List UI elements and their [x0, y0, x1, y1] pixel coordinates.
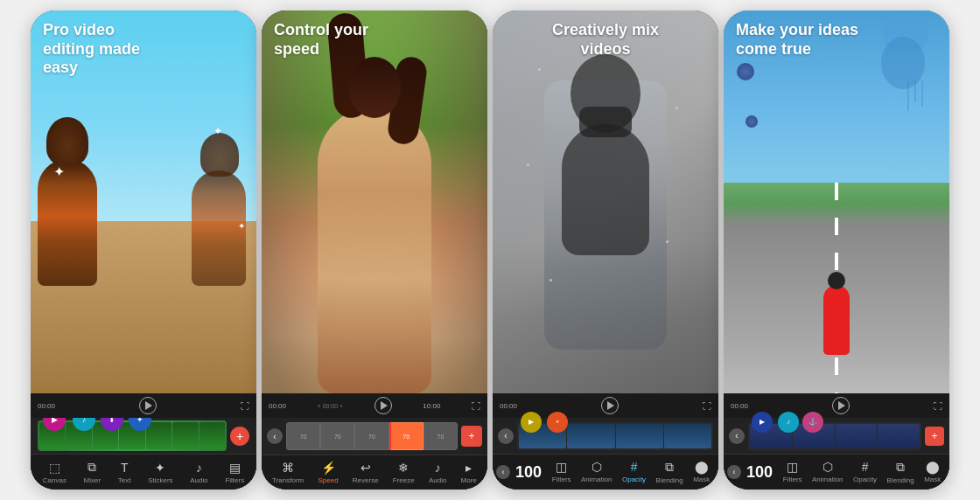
mask3-label: Mask [693, 476, 710, 483]
toolbar-item-canvas[interactable]: ⬚ Canvas [43, 461, 66, 484]
freeze-label: Freeze [393, 476, 415, 484]
toolbar-item-blending4[interactable]: ⧉ Blending [887, 460, 914, 484]
frame [172, 422, 198, 449]
toolbar-item-animation4[interactable]: ⬡ Animation [812, 460, 844, 484]
frame [200, 422, 225, 449]
man-body [562, 124, 649, 255]
play3-icon [607, 401, 614, 410]
toolbar-item-opacity3[interactable]: # Opacity [622, 460, 646, 484]
card3-expand-icon[interactable]: ⛶ [703, 401, 711, 411]
toolbar-item-opacity4[interactable]: # Opacity [853, 460, 877, 484]
jellyfish-bell [881, 37, 925, 89]
card3-background: Creatively mixvideos [493, 10, 718, 393]
card3-prev[interactable]: ‹ [498, 428, 514, 444]
card2-playback: 00:00 + 00:00 + 10:00 ⛶ [262, 393, 487, 418]
speed-seg-5: 70 [424, 422, 458, 450]
freeze-icon: ❄ [398, 461, 409, 475]
card4-bubble-1[interactable]: ▶ [752, 412, 773, 433]
audio2-label: Audio [429, 476, 446, 484]
tentacle-3 [907, 80, 909, 111]
card4-nav-left[interactable]: ‹ [727, 465, 741, 479]
woman-head [348, 57, 401, 118]
phone-card-2: Control yourspeed 00:00 + 00:00 + 10:00 … [262, 10, 487, 490]
card4-bubble-3[interactable]: ⚓ [802, 412, 823, 433]
floating-sphere-1 [737, 63, 754, 80]
speed-timeline: ‹ 70 70 70 70 70 + [262, 418, 487, 455]
opacity3-label: Opacity [622, 476, 646, 483]
toolbar-item-stickers[interactable]: ✦ Stickers [148, 461, 172, 484]
card3-timeline: ‹ ▶ + [493, 418, 718, 454]
mask4-icon: ⬤ [926, 460, 940, 474]
blending3-icon: ⧉ [665, 460, 674, 475]
card4-strip-container: ▶ ♪ ⚓ [748, 422, 921, 450]
woman-red-figure [823, 285, 850, 355]
card2-expand-icon[interactable]: ⛶ [472, 401, 480, 411]
card1-play-button[interactable] [139, 397, 157, 414]
speed-icon: ⚡ [321, 461, 336, 475]
speed-playhead [389, 422, 391, 450]
card1-toolbar: ⬚ Canvas ⧉ Mixer T Text ✦ Stickers ♪ A [31, 454, 256, 490]
audio-icon: ♪ [196, 461, 202, 475]
card4-title: Make your ideascome true [736, 21, 858, 59]
add-clip-button[interactable]: + [230, 427, 249, 446]
animation4-label: Animation [812, 476, 844, 483]
stickers-label: Stickers [148, 476, 172, 484]
card4-play-button[interactable] [832, 397, 850, 414]
toolbar-item-filters3[interactable]: ◫ Filters [552, 460, 571, 484]
opacity3-icon: # [631, 460, 638, 474]
toolbar-item-freeze[interactable]: ❄ Freeze [393, 461, 415, 484]
phone-card-4: Make your ideascome true 00:00 ⛶ ‹ ▶ ♪ ⚓ [724, 10, 949, 490]
card4-toolbar: ‹ 100 ◫ Filters ⬡ Animation # Opacity [724, 454, 949, 490]
opacity-value: 100 [512, 463, 545, 482]
toolbar-item-transform[interactable]: ⌘ Transform [272, 461, 304, 484]
speed-add-btn[interactable]: + [461, 426, 482, 447]
play-icon [381, 401, 388, 410]
toolbar-item-filters[interactable]: ▤ Filters [225, 461, 244, 484]
expand-icon[interactable]: ⛶ [241, 401, 249, 411]
mixer-label: Mixer [84, 476, 102, 484]
toolbar-item-animation3[interactable]: ⬡ Animation [581, 460, 612, 484]
filters4-icon: ◫ [787, 460, 798, 474]
card2-title: Control yourspeed [274, 21, 368, 59]
card3-play-button[interactable] [601, 397, 619, 414]
toolbar-item-filters4[interactable]: ◫ Filters [783, 460, 802, 484]
speed-label: Speed [318, 476, 338, 484]
toolbar-item-mask4[interactable]: ⬤ Mask [924, 460, 941, 484]
toolbar-item-speed[interactable]: ⚡ Speed [318, 461, 338, 484]
toolbar-item-audio[interactable]: ♪ Audio [190, 461, 207, 484]
card4-bubble-2[interactable]: ♪ [778, 412, 799, 433]
prev-arrow[interactable]: ‹ [267, 428, 283, 444]
canvas-label: Canvas [43, 476, 66, 484]
toolbar-item-blending3[interactable]: ⧉ Blending [656, 460, 683, 484]
card3-bubble-2[interactable]: + [547, 412, 568, 433]
more-label: More [461, 476, 477, 484]
card1-time: 00:00 [38, 402, 55, 410]
animation4-icon: ⬡ [822, 460, 833, 474]
card2-play-button[interactable] [374, 397, 392, 414]
toolbar-item-mixer[interactable]: ⧉ Mixer [84, 460, 102, 484]
phone-card-3: Creatively mixvideos 00:00 ⛶ ‹ ▶ + [493, 10, 718, 490]
card3-nav-left[interactable]: ‹ [496, 465, 510, 479]
card4-prev[interactable]: ‹ [729, 428, 745, 444]
card4-add-btn[interactable]: + [925, 427, 944, 446]
reverse-label: Reverse [353, 476, 379, 484]
toolbar-item-reverse[interactable]: ↩ Reverse [353, 461, 379, 484]
canvas-icon: ⬚ [49, 461, 60, 475]
blending4-icon: ⧉ [896, 460, 905, 475]
card1-playback: 00:00 ⛶ [31, 393, 256, 418]
toolbar-item-more[interactable]: ▸ More [461, 461, 477, 484]
toolbar-item-text[interactable]: T Text [118, 461, 131, 484]
particle-1 [538, 68, 541, 71]
tentacle-2 [914, 80, 916, 102]
card1-timeline: ▶ ♪ ⬇ ✦ [31, 418, 256, 454]
opacity4-icon: # [862, 460, 869, 474]
card3-frame [567, 424, 614, 448]
card2-background: Control yourspeed [262, 10, 487, 393]
stickers-icon: ✦ [155, 461, 165, 475]
toolbar-item-mask3[interactable]: ⬤ Mask [693, 460, 710, 484]
card4-expand-icon[interactable]: ⛶ [934, 401, 942, 411]
card3-bubble-1[interactable]: ▶ [521, 412, 542, 433]
blending4-label: Blending [887, 476, 914, 484]
sparkle-icon-2: ✦ [214, 125, 222, 137]
toolbar-item-audio2[interactable]: ♪ Audio [429, 461, 446, 484]
